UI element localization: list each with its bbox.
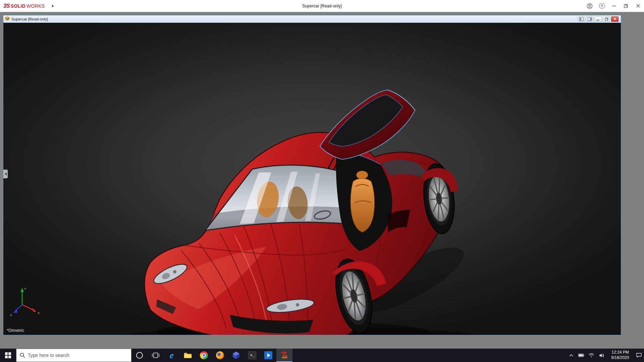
document-titlebar[interactable]: Supercar [Read-only] xyxy=(3,15,621,23)
taskbar-app-solidworks[interactable]: 2020 xyxy=(276,349,292,362)
taskbar-app-edrawings[interactable] xyxy=(228,349,244,362)
supercar-3d-model[interactable] xyxy=(3,23,621,335)
media-app-icon xyxy=(264,351,272,359)
windows-logo-icon xyxy=(5,352,11,358)
brand-works: WORKS xyxy=(26,3,45,9)
taskbar-app-firefox[interactable] xyxy=(212,349,228,362)
taskbar-app-file-explorer[interactable] xyxy=(180,349,196,362)
close-button[interactable] xyxy=(632,0,644,12)
edrawings-icon xyxy=(232,351,240,359)
speaker-icon xyxy=(599,353,604,358)
clock-date: 9/16/2020 xyxy=(611,355,629,361)
task-view-icon xyxy=(152,352,159,358)
app-window-title: Supercar [Read-only] xyxy=(0,4,644,8)
restore-button[interactable] xyxy=(620,0,632,12)
view-orientation-label: *Dimetric xyxy=(7,328,24,333)
chrome-icon xyxy=(200,351,208,359)
task-view-button[interactable] xyxy=(148,349,164,362)
minimize-button[interactable] xyxy=(608,0,620,12)
solidworks-year-badge: 2020 xyxy=(282,356,287,359)
triad-z-label: Z xyxy=(10,313,12,317)
system-tray: 12:24 PM 9/16/2020 xyxy=(566,349,644,362)
pane-left-icon[interactable] xyxy=(578,16,585,22)
graphics-viewport[interactable]: Y X Z *Dimetric xyxy=(3,23,621,335)
orientation-triad: Y X Z xyxy=(9,281,46,317)
edge-icon: e xyxy=(170,351,174,360)
featuremanager-expand-tab[interactable] xyxy=(3,170,8,178)
taskbar-search[interactable] xyxy=(16,349,131,362)
tray-volume[interactable] xyxy=(596,349,606,362)
help-icon[interactable]: ? xyxy=(596,0,608,12)
seat-headrest xyxy=(356,171,368,179)
firefox-icon xyxy=(216,351,224,359)
taskbar-app-media[interactable] xyxy=(260,349,276,362)
client-area: Supercar [Read-only] xyxy=(0,12,644,349)
part-document-icon xyxy=(5,16,10,22)
doc-close-icon[interactable] xyxy=(611,16,619,22)
collapse-arrow-icon xyxy=(5,172,7,176)
taskbar-app-terminal[interactable]: >_ xyxy=(244,349,260,362)
battery-icon xyxy=(578,354,584,357)
search-input[interactable] xyxy=(28,353,131,358)
clock-time: 12:24 PM xyxy=(611,350,629,355)
file-explorer-icon xyxy=(184,352,192,359)
brand-solid: SOLID xyxy=(11,3,25,9)
wifi-icon xyxy=(589,353,594,357)
account-icon[interactable] xyxy=(584,0,596,12)
document-title: Supercar [Read-only] xyxy=(11,17,48,21)
menu-expand-chevron-icon[interactable] xyxy=(51,4,55,8)
titlebar-controls: ? xyxy=(584,0,644,12)
triad-x-label: X xyxy=(38,311,40,315)
triad-y-label: Y xyxy=(24,287,26,291)
solidworks-app-icon: 2020 xyxy=(281,352,288,359)
taskbar-app-edge[interactable]: e xyxy=(164,349,180,362)
action-center-button[interactable] xyxy=(634,349,644,362)
tray-clock[interactable]: 12:24 PM 9/16/2020 xyxy=(606,349,634,362)
doc-restore-icon[interactable] xyxy=(603,16,610,22)
start-button[interactable] xyxy=(0,349,16,362)
command-prompt-icon: >_ xyxy=(248,351,256,359)
taskbar-app-chrome[interactable] xyxy=(196,349,212,362)
doc-minimize-icon[interactable] xyxy=(594,16,602,22)
screen: 3S SOLID WORKS Supercar [Read-only] ? xyxy=(0,0,644,362)
tray-network[interactable] xyxy=(586,349,596,362)
pane-right-icon[interactable] xyxy=(586,16,593,22)
cortana-icon xyxy=(136,352,143,359)
solidworks-logo: 3S SOLID WORKS xyxy=(0,3,45,9)
solidworks-logo-mark: 3S xyxy=(3,3,10,9)
action-center-icon xyxy=(636,353,642,358)
chevron-up-icon xyxy=(569,354,573,357)
document-window: Supercar [Read-only] xyxy=(3,15,621,335)
app-titlebar: 3S SOLID WORKS Supercar [Read-only] ? xyxy=(0,0,644,12)
document-window-controls xyxy=(578,16,620,22)
cortana-button[interactable] xyxy=(131,349,148,362)
tray-show-hidden-icons[interactable] xyxy=(566,349,576,362)
search-icon xyxy=(20,353,25,358)
taskbar: e >_ xyxy=(0,349,644,362)
tray-battery[interactable] xyxy=(576,349,586,362)
